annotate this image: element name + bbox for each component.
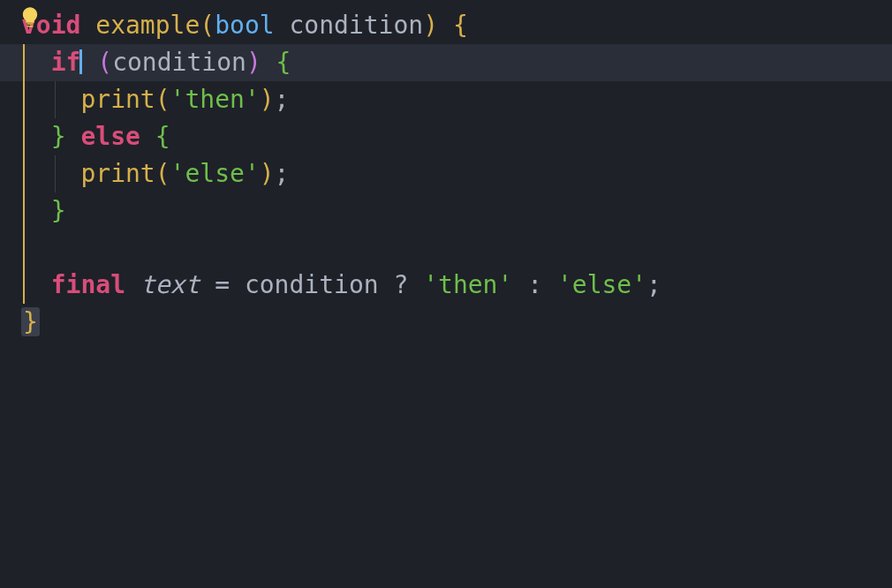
brace-close-matched: }	[21, 307, 40, 336]
code-line-blank[interactable]	[0, 230, 892, 267]
paren-open: (	[155, 159, 170, 188]
paren-open: (	[97, 48, 112, 77]
param-name: condition	[289, 11, 423, 40]
paren-open: (	[200, 11, 215, 40]
paren-close: )	[423, 11, 438, 40]
identifier: condition	[112, 48, 246, 77]
brace-open: {	[155, 122, 170, 151]
brace-open: {	[276, 48, 291, 77]
brace-open: {	[453, 11, 468, 40]
keyword-else: else	[80, 122, 140, 151]
string-literal: 'then'	[423, 270, 512, 299]
brace-close: }	[51, 196, 66, 225]
lightbulb-icon[interactable]	[18, 4, 42, 28]
paren-open: (	[155, 85, 170, 114]
string-literal: 'then'	[170, 85, 260, 114]
keyword-final: final	[51, 270, 125, 299]
type-bool: bool	[215, 11, 274, 40]
semicolon: ;	[275, 159, 290, 188]
svg-rect-0	[27, 23, 34, 25]
code-line[interactable]: }	[0, 192, 892, 230]
keyword-if: if	[51, 48, 81, 77]
code-line[interactable]: print('then');	[0, 81, 892, 118]
code-line[interactable]: final text = condition ? 'then' : 'else'…	[0, 267, 892, 304]
op-assign: =	[215, 270, 230, 299]
call-name: print	[80, 159, 155, 188]
semicolon: ;	[646, 270, 661, 299]
paren-close: )	[260, 159, 275, 188]
string-literal: 'else'	[170, 159, 260, 188]
function-name: example	[95, 11, 200, 40]
code-line-current[interactable]: if (condition) {	[0, 44, 892, 81]
code-editor[interactable]: void example(bool condition) { if (condi…	[0, 0, 892, 588]
code-line[interactable]: } else {	[0, 118, 892, 155]
string-literal: 'else'	[557, 270, 646, 299]
code-line[interactable]: void example(bool condition) {	[0, 7, 892, 44]
brace-close: }	[51, 122, 66, 151]
op-question: ?	[393, 270, 408, 299]
code-line[interactable]: print('else');	[0, 155, 892, 192]
text-caret	[79, 49, 82, 74]
semicolon: ;	[275, 85, 290, 114]
identifier: condition	[245, 270, 379, 299]
paren-close: )	[260, 85, 275, 114]
op-colon: :	[527, 270, 542, 299]
code-line[interactable]: }	[0, 304, 892, 341]
var-name: text	[140, 270, 200, 299]
paren-close: )	[246, 48, 261, 77]
call-name: print	[80, 85, 155, 114]
